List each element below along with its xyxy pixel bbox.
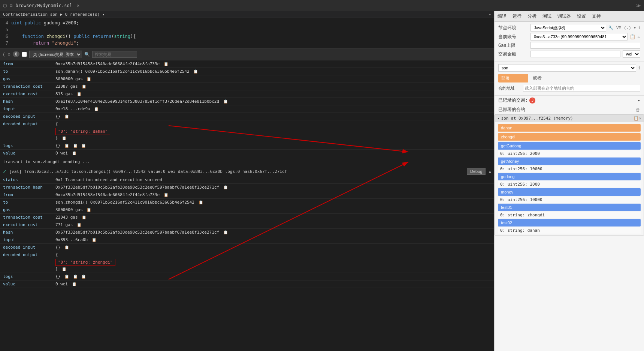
table-row: toson.zhongdi() 0x0971b5d216af52c411c901… (0, 199, 494, 206)
copy-icon[interactable]: 📋 (199, 200, 203, 204)
debug-button[interactable]: Debug (467, 168, 486, 175)
copy-icon[interactable]: 📋 (82, 84, 86, 88)
tab-title: browser/Mydynamic.sol (15, 3, 72, 8)
copy-icon[interactable]: 📋 (73, 144, 78, 148)
menu-test[interactable]: 测试 (542, 13, 551, 20)
checkbox-filter[interactable] (22, 52, 27, 57)
code-editor: 4 uint public gudong =2000; 5 6 function… (0, 18, 494, 48)
copy-icon[interactable]: 📋 (77, 223, 81, 227)
copy-icon[interactable]: 📋 (72, 282, 76, 286)
table-row: gas3000000 gas 📋 (0, 75, 494, 83)
copy-icon[interactable]: 📋 (223, 230, 228, 234)
copy-icon[interactable]: 📋 (164, 62, 168, 66)
search-input[interactable] (92, 51, 137, 58)
copy-icon[interactable]: 📋 (64, 114, 69, 118)
node-env-select[interactable]: JavaScript虚拟机 (530, 24, 606, 32)
recorded-tx-section[interactable]: 已记录的交易: 3 ▾ (495, 96, 644, 105)
fn-money-button[interactable]: money (498, 188, 641, 196)
table-row: status0x1 Transaction mined and executio… (0, 176, 494, 184)
copy-icon[interactable]: 📋 (72, 151, 76, 155)
tx-amount-row: 交易金额 0 wei (498, 50, 640, 58)
expand-icon[interactable]: ⬡ (3, 3, 7, 8)
deploy-button[interactable]: 部署 (498, 74, 528, 82)
vm-label: 🔧 VM (-) ▾ (608, 26, 636, 30)
table-row: hash0x67f332eb5df7b010c5b52afb30de90c53c… (0, 229, 494, 236)
copy-icon[interactable]: 📋 (62, 136, 66, 140)
gas-limit-row: Gas上限 3000000 (498, 42, 640, 49)
tx-unit-select[interactable]: wei (623, 50, 640, 58)
copy-icon[interactable]: 📋 (94, 107, 99, 111)
menu-compile[interactable]: 编译 (498, 13, 507, 20)
info-icon[interactable]: ℹ (638, 25, 640, 30)
copy-icon[interactable]: 📋 (193, 69, 198, 74)
fn-getmoney-button[interactable]: getMoney (498, 158, 641, 165)
contract-deploy-section: son ℹ 部署 或者 合约地址 (495, 62, 644, 96)
split-icon[interactable]: ⊞ (10, 3, 12, 8)
left-panel: ContractDefinition son ▶ 0 reference(s) … (0, 11, 494, 351)
transaction-log-area[interactable]: from0xca35b7d915458ef540ade60684fe2f44e8… (0, 60, 494, 351)
fn-test01-button[interactable]: test01 (498, 204, 641, 211)
copy-icon[interactable]: 📋 (62, 267, 66, 271)
account-select[interactable]: 0xca3...a733c (99.99999999999659481 (530, 33, 628, 40)
menu-debugger[interactable]: 调试器 (557, 13, 571, 20)
recorded-tx-label: 已记录的交易: (498, 97, 528, 104)
copy-icon[interactable]: 📋 (81, 144, 86, 148)
fn-money-container: money 0: uint256: 10000 (498, 188, 641, 203)
trash-icon[interactable]: 🗑 (636, 107, 640, 112)
copy-account-icon[interactable]: 📋 (630, 34, 635, 39)
expand-recorded-icon[interactable]: ▾ (638, 98, 640, 103)
expand-tx-icon[interactable]: ▲ (489, 169, 491, 174)
gas-limit-input[interactable]: 3000000 (530, 42, 640, 49)
more-tabs-icon[interactable]: ≫ (636, 3, 641, 8)
copy-icon[interactable]: 📋 (64, 245, 69, 249)
tab-dropdown[interactable]: [2] (fix:remix交易, 脚本 (29, 51, 82, 58)
copy-icon[interactable]: 📋 (64, 144, 69, 148)
table-row: toson.dahan() 0x0971b5d216af52c411c9016b… (0, 68, 494, 75)
functions-list: dahan zhongdi getGudong 0: uint256: 2000… (495, 122, 644, 235)
tab-close[interactable]: × (77, 3, 79, 8)
code-line-4: 4 uint public gudong =2000; (0, 20, 494, 26)
copy-icon[interactable]: 📋 (87, 208, 91, 212)
menu-analyze[interactable]: 分析 (527, 13, 536, 20)
copy-icon[interactable]: 📋 (92, 238, 96, 242)
fn-dahan-button[interactable]: dahan (498, 124, 641, 132)
copy-icon[interactable]: 📋 (164, 193, 168, 197)
collapse-icon[interactable]: ▾ (489, 12, 491, 17)
copy-icon[interactable]: 📋 (82, 215, 86, 219)
copy-contract-icon[interactable]: 📋 (634, 116, 639, 121)
edit-account-icon[interactable]: ✏ (638, 34, 640, 39)
contract-addr-input[interactable] (523, 85, 640, 92)
copy-icon[interactable]: 📋 (64, 274, 69, 279)
fn-zhongdi-button[interactable]: zhongdi (498, 133, 641, 141)
log-count-badge[interactable]: 0 (13, 51, 20, 57)
log-section-1: from0xca35b7d915458ef540ade60684fe2f44e8… (0, 60, 494, 157)
copy-icon[interactable]: 📋 (87, 77, 91, 81)
copy-icon[interactable]: 📋 (81, 274, 86, 279)
already-deployed-section: 已部署的合约 🗑 (495, 105, 644, 114)
table-row: logs{} 📋 📋 📋 (0, 273, 494, 280)
menu-run[interactable]: 运行 (513, 13, 521, 20)
tx-amount-input[interactable]: 0 (530, 51, 620, 57)
fn-getgudong-button[interactable]: getGudong (498, 142, 641, 150)
menu-settings[interactable]: 设置 (577, 13, 586, 20)
tx-amount-label: 交易金额 (498, 51, 528, 57)
close-contract-icon[interactable]: ✕ (639, 116, 641, 121)
contract-select[interactable]: son (498, 64, 636, 72)
copy-icon[interactable]: 📋 (73, 274, 78, 279)
node-env-label: 节点环境 (498, 25, 528, 31)
info-icon-2[interactable]: ℹ (638, 65, 640, 70)
contract-expand-icon[interactable]: ▾ (497, 116, 500, 121)
clear-icon[interactable]: ⊘ (7, 52, 10, 57)
fn-test02-button[interactable]: test02 (498, 219, 641, 226)
decoded-output-box-1: "0": "string: dahan" (55, 128, 110, 135)
fn-gudong-result: 0: uint256: 2000 (498, 181, 641, 188)
collapse-left-icon[interactable]: ⟨ (2, 51, 5, 57)
fn-gudong-button[interactable]: gudong (498, 173, 641, 180)
copy-icon[interactable]: 📋 (223, 185, 228, 189)
or-text: 或者 (533, 75, 542, 81)
copy-icon[interactable]: 📋 (223, 99, 228, 104)
menu-support[interactable]: 支持 (592, 13, 601, 20)
copy-icon[interactable]: 📋 (77, 92, 81, 96)
table-row: hash0xe1fe875104ef4104e285e99314df538037… (0, 98, 494, 105)
fn-zhongdi-container: zhongdi (498, 132, 641, 141)
